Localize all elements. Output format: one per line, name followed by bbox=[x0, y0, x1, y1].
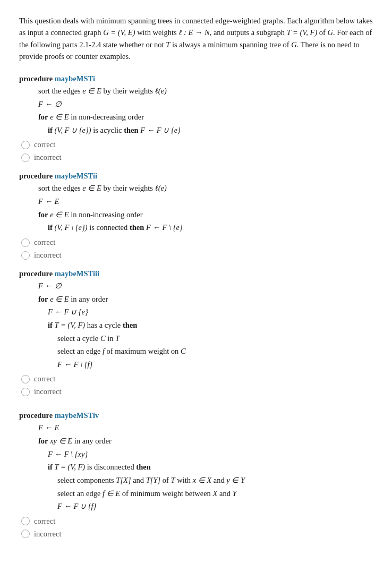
proc3-incorrect-radio[interactable] bbox=[21, 388, 30, 396]
proc3-correct-label: correct bbox=[34, 374, 55, 383]
proc4-header: procedure maybeMSTiv bbox=[19, 411, 373, 420]
proc1-line1: sort the edges e ∈ E by their weights ℓ(… bbox=[38, 84, 373, 98]
procedure-3: procedure maybeMSTiii F ← ∅ for e ∈ E in… bbox=[19, 269, 373, 396]
proc3-header: procedure maybeMSTiii bbox=[19, 269, 373, 278]
proc4-incorrect-option[interactable]: incorrect bbox=[21, 530, 373, 539]
procedure-4: procedure maybeMSTiv F ← E for xy ∈ E in… bbox=[19, 411, 373, 538]
proc1-name: maybeMSTi bbox=[55, 74, 95, 83]
proc2-incorrect-label: incorrect bbox=[34, 251, 62, 260]
proc2-line3: for e ∈ E in non-increasing order bbox=[38, 208, 373, 221]
proc2-incorrect-option[interactable]: incorrect bbox=[21, 251, 373, 260]
proc1-line2: F ← ∅ bbox=[38, 98, 373, 111]
intro-paragraph: This question deals with minimum spannin… bbox=[19, 15, 373, 63]
proc1-keyword: procedure bbox=[19, 74, 53, 83]
proc4-line3: F ← F \ {xy} bbox=[48, 448, 373, 461]
proc3-line1: F ← ∅ bbox=[38, 279, 373, 293]
proc1-correct-label: correct bbox=[34, 140, 55, 149]
proc2-line1: sort the edges e ∈ E by their weights ℓ(… bbox=[38, 182, 373, 195]
proc4-line1: F ← E bbox=[38, 421, 373, 434]
proc3-line2: for e ∈ E in any order bbox=[38, 293, 373, 306]
proc2-line4: if (V, F \ {e}) is connected then F ← F … bbox=[48, 221, 373, 234]
proc3-line4: if T = (V, F) has a cycle then bbox=[48, 319, 373, 332]
proc4-incorrect-radio[interactable] bbox=[21, 530, 30, 538]
proc1-code: sort the edges e ∈ E by their weights ℓ(… bbox=[29, 84, 373, 137]
proc1-incorrect-radio[interactable] bbox=[21, 153, 30, 162]
proc4-correct-label: correct bbox=[34, 517, 55, 526]
proc1-line4: if (V, F ∪ {e}) is acyclic then F ← F ∪ … bbox=[48, 124, 373, 137]
proc2-correct-label: correct bbox=[34, 238, 55, 247]
procedure-2: procedure maybeMSTii sort the edges e ∈ … bbox=[19, 172, 373, 260]
proc2-keyword: procedure bbox=[19, 172, 53, 180]
proc2-name: maybeMSTii bbox=[55, 172, 97, 180]
proc2-header: procedure maybeMSTii bbox=[19, 172, 373, 181]
proc2-incorrect-radio[interactable] bbox=[21, 251, 30, 260]
proc1-incorrect-label: incorrect bbox=[34, 153, 62, 162]
proc4-name: maybeMSTiv bbox=[55, 411, 99, 420]
proc4-line2: for xy ∈ E in any order bbox=[38, 434, 373, 448]
proc3-code: F ← ∅ for e ∈ E in any order F ← F ∪ {e}… bbox=[29, 279, 373, 371]
proc4-keyword: procedure bbox=[19, 411, 53, 420]
proc2-correct-radio[interactable] bbox=[21, 238, 30, 247]
procedure-1: procedure maybeMSTi sort the edges e ∈ E… bbox=[19, 74, 373, 163]
proc4-incorrect-label: incorrect bbox=[34, 530, 62, 539]
proc4-line5: select components T[X] and T[Y] of T wit… bbox=[57, 474, 373, 487]
page: This question deals with minimum spannin… bbox=[0, 0, 392, 563]
proc3-keyword: procedure bbox=[19, 269, 53, 278]
proc4-line7: F ← F ∪ {f} bbox=[57, 500, 373, 513]
proc3-name: maybeMSTiii bbox=[55, 269, 99, 278]
proc4-line4: if T = (V, F) is disconnected then bbox=[48, 460, 373, 474]
proc1-incorrect-option[interactable]: incorrect bbox=[21, 153, 373, 162]
proc3-line7: F ← F \ {f} bbox=[57, 358, 373, 371]
proc4-line6: select an edge f ∈ E of minimum weight b… bbox=[57, 487, 373, 500]
proc4-code: F ← E for xy ∈ E in any order F ← F \ {x… bbox=[29, 421, 373, 513]
proc3-line3: F ← F ∪ {e} bbox=[48, 305, 373, 319]
proc1-correct-option[interactable]: correct bbox=[21, 140, 373, 149]
proc3-incorrect-label: incorrect bbox=[34, 387, 62, 396]
proc2-line2: F ← E bbox=[38, 195, 373, 208]
proc3-incorrect-option[interactable]: incorrect bbox=[21, 387, 373, 396]
proc1-header: procedure maybeMSTi bbox=[19, 74, 373, 83]
proc3-line5: select a cycle C in T bbox=[57, 332, 373, 345]
proc1-line3: for e ∈ E in non-decreasing order bbox=[38, 110, 373, 124]
proc2-correct-option[interactable]: correct bbox=[21, 238, 373, 247]
proc3-line6: select an edge f of maximum weight on C bbox=[57, 345, 373, 358]
proc2-code: sort the edges e ∈ E by their weights ℓ(… bbox=[29, 182, 373, 234]
proc4-correct-option[interactable]: correct bbox=[21, 517, 373, 526]
proc4-correct-radio[interactable] bbox=[21, 517, 30, 525]
proc3-correct-radio[interactable] bbox=[21, 375, 30, 383]
proc1-correct-radio[interactable] bbox=[21, 141, 30, 149]
proc3-correct-option[interactable]: correct bbox=[21, 374, 373, 383]
